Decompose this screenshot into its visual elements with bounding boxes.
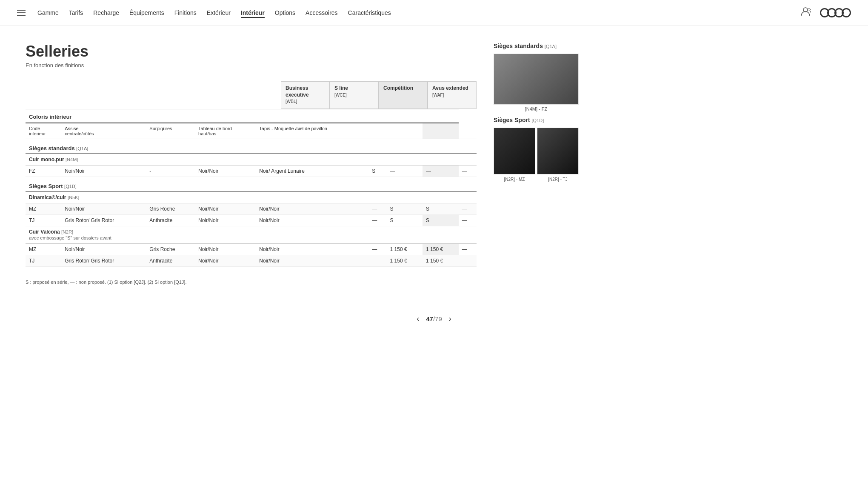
right-panel: Sièges standards [Q1A] [N4M] - FZ Sièges… <box>494 43 579 285</box>
assise-mz1: Noir/Noir <box>61 203 146 214</box>
code-tj2: TJ <box>26 255 61 266</box>
tapis-mz1: Noir/Noir <box>256 203 368 214</box>
nav-equipements[interactable]: Équipements <box>129 9 164 16</box>
table-row: MZ Noir/Noir Gris Roche Noir/Noir Noir/N… <box>26 243 477 255</box>
sport-seat-labels: [N2R] - MZ [N2R] - TJ <box>494 177 579 182</box>
competition-mz2: 1 150 € <box>423 243 459 255</box>
code-tj1: TJ <box>26 214 61 226</box>
finition-competition: Compétition <box>379 81 428 109</box>
section-standards: Sièges standards [Q1A] <box>26 139 477 154</box>
code-mz1: MZ <box>26 203 61 214</box>
next-page-button[interactable]: › <box>449 314 451 323</box>
competition-fz: — <box>423 165 459 177</box>
tableau-tj1: Noir/Noir <box>195 214 256 226</box>
tableau-fz: Noir/Noir <box>195 165 256 177</box>
standards-seat-image <box>494 54 579 105</box>
finition-sline: S line[WCE] <box>330 81 379 109</box>
competition-tj2: 1 150 € <box>423 255 459 266</box>
pagination: ‹ 47/79 › <box>0 302 868 336</box>
nav-exterieur[interactable]: Extérieur <box>207 9 231 16</box>
table-row: MZ Noir/Noir Gris Roche Noir/Noir Noir/N… <box>26 203 477 214</box>
section-sport: Sièges Sport [Q1D] <box>26 177 477 191</box>
page-subtitle: En fonction des finitions <box>26 62 477 68</box>
subsection-cuir-mono: Cuir mono.pur [N4M] <box>26 154 477 166</box>
col-business-h <box>368 123 386 139</box>
col-surpiqures: Surpiqûres <box>146 123 195 139</box>
nav-finitions[interactable]: Finitions <box>174 9 197 16</box>
col-tableau: Tableau de bord haut/bas <box>195 123 256 139</box>
surpiqures-tj2: Anthracite <box>146 255 195 266</box>
sport-label-right: [N2R] - TJ <box>537 177 579 182</box>
nav-accessoires[interactable]: Accessoires <box>306 9 337 16</box>
sport-panel-title: Sièges Sport [Q1D] <box>494 117 579 123</box>
section-standards-badge: [Q1A] <box>76 146 88 151</box>
nav-tarifs[interactable]: Tarifs <box>69 9 83 16</box>
assise-fz: Noir/Noir <box>61 165 146 177</box>
assise-mz2: Noir/Noir <box>61 243 146 255</box>
sline-mz2: 1 150 € <box>387 243 423 255</box>
avus-tj1: — <box>459 214 477 226</box>
sport-seat-images <box>494 128 579 175</box>
nav-recharge[interactable]: Recharge <box>93 9 119 16</box>
navigation: Gamme Tarifs Recharge Équipements Finiti… <box>0 0 868 26</box>
audi-logo <box>820 8 851 17</box>
standards-panel-title: Sièges standards [Q1A] <box>494 43 579 49</box>
finitions-header-row: Business executive[WBL] S line[WCE] Comp… <box>26 81 477 109</box>
footnote: S : proposé en série, — : non proposé. (… <box>26 280 477 285</box>
table-container: Business executive[WBL] S line[WCE] Comp… <box>26 81 477 285</box>
nav-interieur[interactable]: Intérieur <box>241 9 265 18</box>
col-avus-h <box>459 123 477 139</box>
nav-gamme[interactable]: Gamme <box>37 9 59 16</box>
nav-options[interactable]: Options <box>275 9 295 16</box>
assise-tj2: Gris Rotor/ Gris Rotor <box>61 255 146 266</box>
user-icon[interactable] <box>799 6 811 20</box>
subsection-dinamica: Dinamica®/cuir [N5K] <box>26 191 477 203</box>
page-current: 47/79 <box>426 315 442 322</box>
surpiqures-tj1: Anthracite <box>146 214 195 226</box>
business-mz2: — <box>368 243 386 255</box>
sport-label-left: [N2R] - MZ <box>494 177 535 182</box>
col-competition-h <box>423 123 459 139</box>
col-code: Code interieur <box>26 123 61 139</box>
hamburger-menu[interactable] <box>17 10 26 16</box>
avus-mz2: — <box>459 243 477 255</box>
coloris-label: Coloris intérieur <box>26 109 459 123</box>
surpiqures-mz2: Gris Roche <box>146 243 195 255</box>
sport-seat-image-right <box>537 128 579 174</box>
tableau-mz2: Noir/Noir <box>195 243 256 255</box>
finition-avus: Avus extended[WAF] <box>428 81 477 109</box>
section-sport-label: Sièges Sport <box>29 183 63 189</box>
surpiqures-fz: - <box>146 165 195 177</box>
table-row: TJ Gris Rotor/ Gris Rotor Anthracite Noi… <box>26 214 477 226</box>
tableau-tj2: Noir/Noir <box>195 255 256 266</box>
assise-tj1: Gris Rotor/ Gris Rotor <box>61 214 146 226</box>
standards-seat-label: [N4M] - FZ <box>494 106 579 111</box>
sline-tj1: S <box>387 214 423 226</box>
col-assise: Assise centrale/côtés <box>61 123 146 139</box>
finition-business: Business executive[WBL] <box>281 81 330 109</box>
sport-seat-image-left <box>494 128 535 174</box>
col-tapis: Tapis - Moquette /ciel de pavillon <box>256 123 368 139</box>
surpiqures-mz1: Gris Roche <box>146 203 195 214</box>
selleries-table: Coloris intérieur Code interieur Assise … <box>26 109 477 267</box>
nav-links: Gamme Tarifs Recharge Équipements Finiti… <box>37 9 391 16</box>
business-tj1: — <box>368 214 386 226</box>
sline-tj2: 1 150 € <box>387 255 423 266</box>
competition-mz1: S <box>423 203 459 214</box>
page-title: Selleries <box>26 43 477 60</box>
nav-caracteristiques[interactable]: Caractéristiques <box>348 9 391 16</box>
avus-fz: — <box>459 165 477 177</box>
business-mz1: — <box>368 203 386 214</box>
section-standards-label: Sièges standards <box>29 145 75 151</box>
section-sport-badge: [Q1D] <box>64 184 77 189</box>
code-fz: FZ <box>26 165 61 177</box>
table-row: TJ Gris Rotor/ Gris Rotor Anthracite Noi… <box>26 255 477 266</box>
subsection-valcona: Cuir Valcona [N2R] avec embossage "S" su… <box>26 226 477 243</box>
prev-page-button[interactable]: ‹ <box>417 314 419 323</box>
tapis-tj2: Noir/Noir <box>256 255 368 266</box>
avus-tj2: — <box>459 255 477 266</box>
competition-tj1: S <box>423 214 459 226</box>
tableau-mz1: Noir/Noir <box>195 203 256 214</box>
table-row: FZ Noir/Noir - Noir/Noir Noir/ Argent Lu… <box>26 165 477 177</box>
col-sline-h <box>387 123 423 139</box>
